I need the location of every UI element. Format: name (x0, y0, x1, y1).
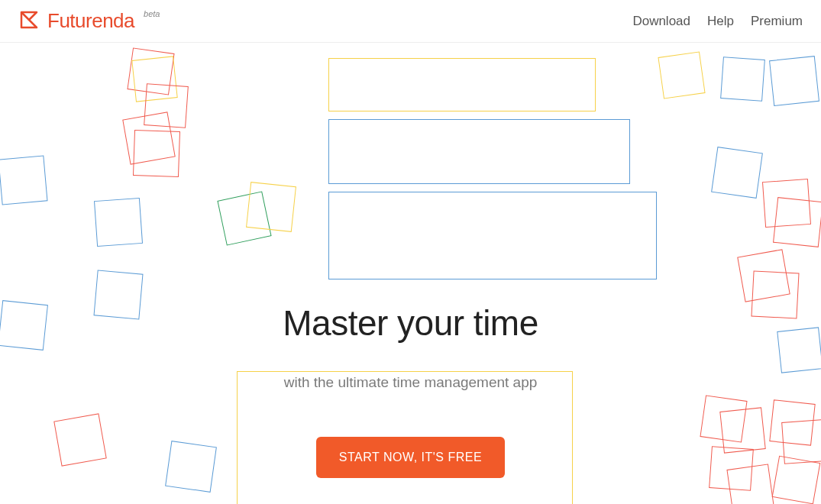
nav-premium[interactable]: Premium (751, 14, 803, 29)
flag-icon (18, 11, 40, 32)
nav-download[interactable]: Download (632, 14, 690, 29)
start-now-button[interactable]: START NOW, IT'S FREE (316, 437, 505, 478)
hero-content: Master your time with the ultimate time … (0, 43, 821, 478)
header: Futurenda beta Download Help Premium (0, 0, 821, 43)
hero-title: Master your time (0, 302, 821, 344)
main-nav: Download Help Premium (632, 14, 803, 29)
logo[interactable]: Futurenda beta (18, 9, 160, 33)
hero-section: Master your time with the ultimate time … (0, 43, 821, 504)
nav-help[interactable]: Help (707, 14, 734, 29)
brand-name: Futurenda (47, 9, 134, 33)
beta-badge: beta (144, 9, 160, 18)
hero-subtitle: with the ultimate time management app (0, 374, 821, 391)
